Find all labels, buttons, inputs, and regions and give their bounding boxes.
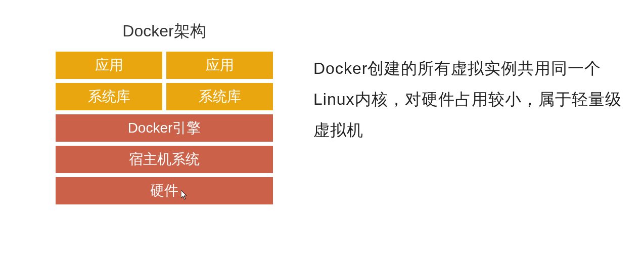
lib-row: 系统库 系统库 bbox=[56, 83, 273, 110]
app-row: 应用 应用 bbox=[56, 52, 273, 79]
description-text: Docker创建的所有虚拟实例共用同一个Linux内核，对硬件占用较小，属于轻量… bbox=[313, 53, 622, 145]
hardware-row: 硬件 bbox=[56, 177, 273, 204]
diagram-title: Docker架构 bbox=[56, 20, 273, 43]
host-os-row: 宿主机系统 bbox=[56, 146, 273, 173]
docker-architecture-diagram: Docker架构 应用 应用 系统库 系统库 Docker引擎 宿主机系统 硬件 bbox=[56, 20, 273, 208]
app-box-left: 应用 bbox=[56, 52, 162, 79]
hardware-box: 硬件 bbox=[56, 177, 273, 204]
app-box-right: 应用 bbox=[166, 52, 273, 79]
host-os-box: 宿主机系统 bbox=[56, 146, 273, 173]
lib-box-left: 系统库 bbox=[56, 83, 162, 110]
lib-box-right: 系统库 bbox=[166, 83, 273, 110]
docker-engine-box: Docker引擎 bbox=[56, 114, 273, 142]
engine-row: Docker引擎 bbox=[56, 114, 273, 142]
